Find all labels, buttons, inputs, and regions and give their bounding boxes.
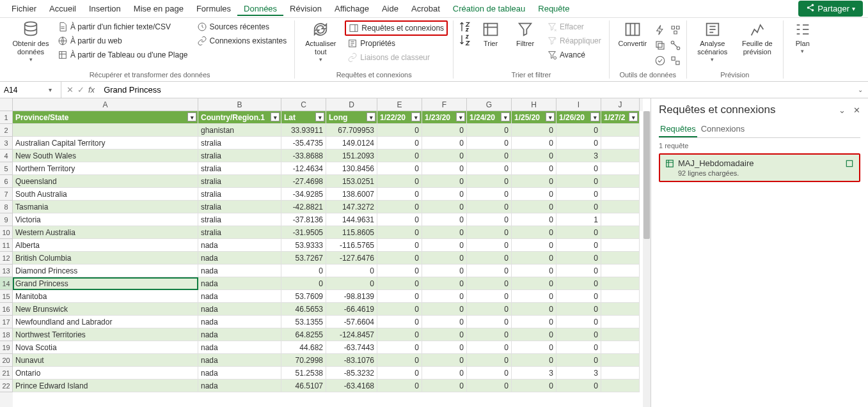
- row-header[interactable]: 6: [0, 175, 13, 188]
- cell[interactable]: 144.9631: [326, 213, 377, 226]
- cell[interactable]: -98.8139: [326, 290, 377, 303]
- cell[interactable]: Northern Territory: [13, 162, 198, 175]
- cell[interactable]: 0: [467, 354, 512, 367]
- cell[interactable]: 0: [467, 201, 512, 213]
- cell[interactable]: 0: [512, 175, 556, 188]
- cell[interactable]: 0: [377, 252, 422, 265]
- scenarios-button[interactable]: Analyse scénarios ▾: [692, 20, 733, 63]
- data-validation-icon[interactable]: [654, 55, 666, 66]
- cell[interactable]: 130.8456: [326, 162, 377, 175]
- cell[interactable]: 0: [422, 367, 467, 380]
- cell[interactable]: stralia: [198, 162, 281, 175]
- refresh-query-icon[interactable]: [845, 159, 854, 168]
- cell[interactable]: -27.4698: [281, 175, 326, 188]
- cell[interactable]: 0: [377, 201, 422, 213]
- col-header-H[interactable]: H: [512, 98, 556, 111]
- name-box[interactable]: ▾: [0, 82, 61, 98]
- cell[interactable]: nada: [198, 328, 281, 341]
- existing-connections-button[interactable]: Connexions existantes: [194, 35, 290, 47]
- cell[interactable]: Prince Edward Island: [13, 380, 198, 392]
- table-header-cell[interactable]: Province/State▾: [13, 111, 198, 124]
- col-header-B[interactable]: B: [198, 98, 281, 111]
- cell[interactable]: 0: [377, 137, 422, 150]
- menu-acrobat[interactable]: Acrobat: [405, 1, 446, 16]
- row-header[interactable]: 20: [0, 354, 13, 367]
- cell[interactable]: 0: [467, 239, 512, 252]
- cell[interactable]: 0: [467, 162, 512, 175]
- from-web-button[interactable]: À partir du web: [55, 35, 191, 47]
- cell[interactable]: 0: [377, 354, 422, 367]
- menu-insertion[interactable]: Insertion: [83, 1, 127, 16]
- col-header-A[interactable]: A: [13, 98, 198, 111]
- cell[interactable]: [601, 239, 640, 252]
- col-header-I[interactable]: I: [556, 98, 601, 111]
- filter-dropdown[interactable]: ▾: [501, 112, 510, 121]
- row-header[interactable]: 5: [0, 162, 13, 175]
- cell[interactable]: 0: [556, 239, 601, 252]
- cell[interactable]: 0: [467, 380, 512, 392]
- cell[interactable]: [601, 162, 640, 175]
- cell[interactable]: 0: [467, 188, 512, 201]
- cell[interactable]: Nunavut: [13, 354, 198, 367]
- cell[interactable]: 0: [556, 354, 601, 367]
- cell[interactable]: 0: [377, 162, 422, 175]
- cell[interactable]: [601, 137, 640, 150]
- cell[interactable]: 0: [512, 316, 556, 328]
- cell[interactable]: 0: [281, 277, 326, 290]
- cell[interactable]: 0: [377, 213, 422, 226]
- flash-fill-icon[interactable]: [654, 24, 666, 36]
- cancel-icon[interactable]: ✕: [67, 85, 74, 95]
- table-header-cell[interactable]: 1/27/2▾: [601, 111, 640, 124]
- cell[interactable]: 0: [512, 162, 556, 175]
- cell[interactable]: Western Australia: [13, 226, 198, 239]
- col-header-D[interactable]: D: [326, 98, 377, 111]
- cell[interactable]: 0: [467, 124, 512, 137]
- cell[interactable]: 3: [556, 367, 601, 380]
- cell[interactable]: stralia: [198, 137, 281, 150]
- cell[interactable]: 0: [556, 341, 601, 354]
- col-header-J[interactable]: J: [601, 98, 640, 111]
- cell[interactable]: 0: [422, 150, 467, 162]
- cell[interactable]: Manitoba: [13, 290, 198, 303]
- row-header[interactable]: 10: [0, 226, 13, 239]
- data-model-icon[interactable]: [670, 55, 681, 66]
- menu-creation-tableau[interactable]: Création de tableau: [446, 1, 532, 16]
- cell[interactable]: 0: [377, 150, 422, 162]
- remove-duplicates-icon[interactable]: [654, 40, 666, 51]
- menu-requete[interactable]: Requête: [532, 1, 576, 16]
- cell[interactable]: 0: [467, 226, 512, 239]
- cell[interactable]: nada: [198, 341, 281, 354]
- cell[interactable]: -42.8821: [281, 201, 326, 213]
- col-header-C[interactable]: C: [281, 98, 326, 111]
- cell[interactable]: -35.4735: [281, 137, 326, 150]
- cell[interactable]: Ontario: [13, 367, 198, 380]
- cell[interactable]: -34.9285: [281, 188, 326, 201]
- query-item[interactable]: MAJ_Hebdomadaire 92 lignes chargées.: [659, 153, 860, 182]
- row-header[interactable]: 17: [0, 316, 13, 328]
- row-header[interactable]: 13: [0, 265, 13, 277]
- cell[interactable]: nada: [198, 367, 281, 380]
- cell[interactable]: stralia: [198, 201, 281, 213]
- cell[interactable]: Queensland: [13, 175, 198, 188]
- relationships-icon[interactable]: [670, 40, 681, 51]
- convert-button[interactable]: Convertir: [615, 20, 651, 48]
- cell[interactable]: -66.4619: [326, 303, 377, 316]
- row-header[interactable]: 4: [0, 150, 13, 162]
- cell[interactable]: 0: [377, 124, 422, 137]
- cell[interactable]: 0: [512, 226, 556, 239]
- cell[interactable]: [601, 213, 640, 226]
- cell[interactable]: -12.4634: [281, 162, 326, 175]
- cell[interactable]: [601, 175, 640, 188]
- row-header[interactable]: 16: [0, 303, 13, 316]
- cell[interactable]: [601, 354, 640, 367]
- cell[interactable]: 46.5107: [281, 380, 326, 392]
- cell[interactable]: 0: [377, 328, 422, 341]
- forecast-sheet-button[interactable]: Feuille de prévision: [737, 20, 778, 56]
- filter-dropdown[interactable]: ▾: [271, 112, 280, 121]
- cell[interactable]: 0: [467, 277, 512, 290]
- formula-input[interactable]: [100, 85, 853, 95]
- cell[interactable]: [13, 124, 198, 137]
- cell[interactable]: [601, 252, 640, 265]
- cell[interactable]: 64.8255: [281, 328, 326, 341]
- recent-sources-button[interactable]: Sources récentes: [194, 20, 290, 33]
